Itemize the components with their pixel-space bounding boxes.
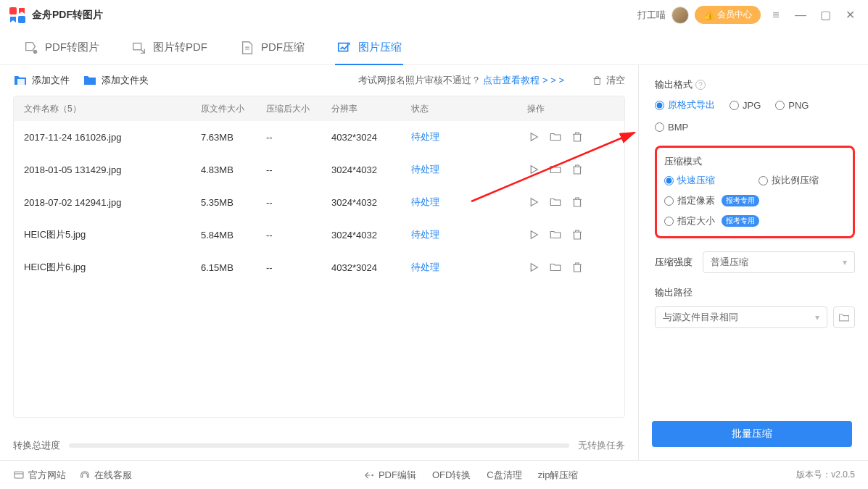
status: 待处理 — [411, 261, 527, 274]
format-radio-PNG[interactable]: PNG — [775, 100, 809, 111]
footer-link-2[interactable]: C盘清理 — [487, 469, 521, 482]
pdf-to-image-icon — [23, 40, 39, 56]
trash-icon — [592, 75, 603, 86]
file-name: 2018-01-05 131429.jpg — [14, 164, 201, 175]
batch-compress-button[interactable]: 批量压缩 — [652, 421, 852, 447]
exam-badge: 报考专用 — [722, 215, 759, 227]
play-icon[interactable] — [527, 261, 540, 274]
resolution: 3024*4032 — [331, 230, 411, 241]
delete-icon[interactable] — [571, 163, 584, 176]
app-title: 金舟PDF转图片 — [32, 9, 103, 22]
format-radio-BMP[interactable]: BMP — [655, 122, 688, 133]
open-folder-icon[interactable] — [549, 261, 562, 274]
strength-select[interactable]: 普通压缩 ▾ — [703, 251, 855, 273]
file-name: 2018-07-02 142941.jpg — [14, 197, 201, 208]
resolution: 3024*4032 — [331, 164, 411, 175]
resolution: 4032*3024 — [331, 262, 411, 273]
play-icon[interactable] — [527, 130, 540, 143]
tab-pdf-compress[interactable]: PDF压缩 — [223, 30, 321, 65]
svg-rect-7 — [15, 472, 23, 478]
open-folder-icon[interactable] — [549, 228, 562, 241]
file-name: 2017-11-24 161026.jpg — [14, 132, 201, 143]
avatar[interactable] — [671, 7, 689, 24]
output-path-select[interactable]: 与源文件目录相同 ▾ — [655, 306, 827, 328]
maximize-icon[interactable]: ▢ — [816, 6, 835, 25]
footer-link-0[interactable]: PDF编辑 — [363, 469, 416, 482]
output-path-title: 输出路径 — [655, 286, 855, 299]
delete-icon[interactable] — [571, 261, 584, 274]
menu-icon[interactable]: ≡ — [766, 6, 785, 25]
original-size: 7.63MB — [201, 132, 266, 143]
image-to-pdf-icon — [131, 40, 147, 56]
footer-link-1[interactable]: OFD转换 — [432, 469, 471, 482]
tab-image-to-pdf[interactable]: 图片转PDF — [115, 30, 223, 65]
mode-radio-0[interactable]: 快速压缩 — [664, 174, 744, 187]
chevron-down-icon: ▾ — [815, 312, 819, 322]
tutorial-link[interactable]: 点击查看教程 > > > — [483, 75, 564, 85]
official-site-link[interactable]: 官方网站 — [13, 469, 66, 482]
format-radio-原格式导出[interactable]: 原格式导出 — [655, 99, 715, 112]
open-folder-icon[interactable] — [549, 163, 562, 176]
table-row: HEIC图片6.jpg6.15MB--4032*3024待处理 — [14, 251, 624, 284]
delete-icon[interactable] — [571, 196, 584, 209]
hint-text: 考试网报名照片审核不通过？ 点击查看教程 > > > — [358, 74, 564, 87]
main-tabs: PDF转图片 图片转PDF PDF压缩 图片压缩 — [0, 30, 868, 65]
play-icon[interactable] — [527, 228, 540, 241]
compressed-size: -- — [266, 132, 331, 143]
mode-radio-1[interactable]: 按比例压缩 — [759, 174, 838, 187]
svg-point-8 — [371, 474, 373, 476]
open-folder-icon[interactable] — [549, 196, 562, 209]
resolution: 3024*4032 — [331, 197, 411, 208]
output-format-title: 输出格式 ? — [655, 78, 855, 91]
version-label: 版本号：v2.0.5 — [796, 469, 855, 481]
open-folder-icon[interactable] — [549, 130, 562, 143]
compressed-size: -- — [266, 197, 331, 208]
compressed-size: -- — [266, 164, 331, 175]
table-row: 2018-07-02 142941.jpg5.35MB--3024*4032待处… — [14, 186, 624, 219]
table-row: 2018-01-05 131429.jpg4.83MB--3024*4032待处… — [14, 154, 624, 186]
original-size: 5.35MB — [201, 197, 266, 208]
svg-point-2 — [33, 49, 38, 54]
svg-rect-1 — [18, 16, 25, 23]
tab-image-compress[interactable]: 图片压缩 — [321, 30, 418, 65]
delete-icon[interactable] — [571, 228, 584, 241]
original-size: 4.83MB — [201, 164, 266, 175]
play-icon[interactable] — [527, 163, 540, 176]
member-center-button[interactable]: 👍 会员中心 — [695, 6, 761, 24]
footer-link-3[interactable]: zip解压缩 — [538, 469, 579, 482]
close-icon[interactable]: ✕ — [840, 6, 859, 25]
pdf-compress-icon — [239, 40, 255, 56]
format-radio-JPG[interactable]: JPG — [729, 100, 761, 111]
browse-folder-button[interactable] — [833, 306, 855, 328]
tab-pdf-to-image[interactable]: PDF转图片 — [7, 30, 115, 65]
username: 打工喵 — [637, 9, 666, 22]
clear-button[interactable]: 清空 — [592, 74, 625, 87]
compressed-size: -- — [266, 230, 331, 241]
table-header: 文件名称（5） 原文件大小 压缩后大小 分辨率 状态 操作 — [14, 96, 624, 121]
strength-title: 压缩强度 — [655, 256, 693, 269]
svg-rect-0 — [9, 7, 17, 14]
compressed-size: -- — [266, 262, 331, 273]
add-file-button[interactable]: 添加文件 — [13, 74, 70, 87]
file-icon — [13, 75, 28, 86]
status: 待处理 — [411, 228, 527, 241]
progress-label: 转换总进度 — [13, 439, 60, 452]
support-link[interactable]: 在线客服 — [79, 469, 132, 482]
folder-icon — [83, 75, 97, 86]
play-icon[interactable] — [527, 196, 540, 209]
compress-mode-box: 压缩模式 快速压缩 按比例压缩 指定像素报考专用 指定大小报考专用 — [655, 146, 855, 238]
file-name: HEIC图片6.jpg — [14, 261, 201, 274]
mode-radio-2[interactable]: 指定像素报考专用 — [664, 194, 759, 207]
minimize-icon[interactable]: — — [791, 6, 810, 25]
chevron-down-icon: ▾ — [843, 257, 847, 267]
mode-radio-3[interactable]: 指定大小报考专用 — [664, 214, 759, 227]
help-icon[interactable]: ? — [695, 80, 706, 90]
thumbs-up-icon: 👍 — [703, 10, 714, 20]
original-size: 6.15MB — [201, 262, 266, 273]
table-row: HEIC图片5.jpg5.84MB--3024*4032待处理 — [14, 219, 624, 251]
svg-rect-5 — [17, 79, 25, 85]
app-logo — [9, 7, 26, 24]
progress-bar — [69, 443, 569, 448]
add-folder-button[interactable]: 添加文件夹 — [83, 74, 149, 87]
delete-icon[interactable] — [571, 130, 584, 143]
